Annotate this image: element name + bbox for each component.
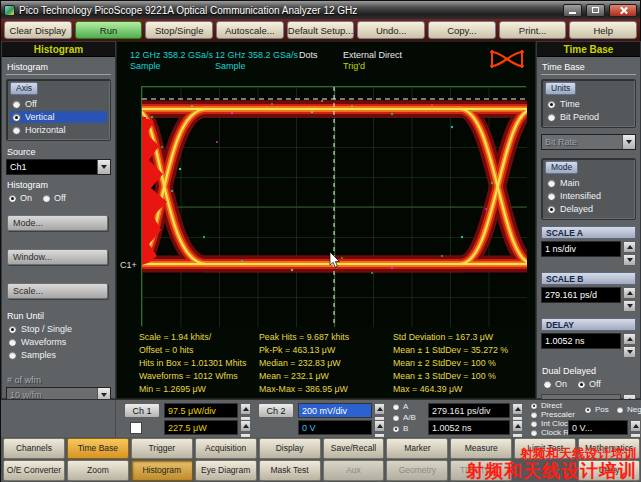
spin-down-button[interactable] [623,254,636,266]
mode-main-radio[interactable]: Main [545,177,632,189]
menu-mask-test[interactable]: Mask Test [259,460,321,481]
ch1-scale-field[interactable]: 97.5 μW/div [164,403,238,418]
scale-b-field[interactable]: 279.161 ps/d [541,287,621,303]
spin-up-button[interactable] [512,420,523,432]
menu-acquisition[interactable]: Acquisition [195,438,257,459]
spin-up-button[interactable] [240,420,251,432]
ch1-offset-field[interactable]: 227.5 μW [164,420,238,435]
trigger-prescaler-radio[interactable]: Prescaler [530,410,575,419]
trigger-int-clock-radio[interactable]: Int Clock [530,419,572,428]
menu-channels[interactable]: Channels [3,438,65,459]
trigger-level-field[interactable]: 0 V... [568,420,628,435]
dropdown-button[interactable] [622,135,635,149]
menu-marker[interactable]: Marker [386,438,448,459]
app-window: Pico Technology PicoScope 9221A Optical … [0,0,641,482]
menu-trigger[interactable]: Trigger [131,438,193,459]
histogram-on-radio[interactable]: On [8,193,32,203]
units-bit-period-radio[interactable]: Bit Period [545,111,632,123]
units-time-radio[interactable]: Time [545,98,632,110]
default-setup-button[interactable]: Default Setup... [287,21,355,39]
dual-delayed-off-radio[interactable]: Off [577,379,601,389]
spin-up-button[interactable] [240,403,251,415]
dual-delayed-on-radio[interactable]: On [543,379,567,389]
delay-field[interactable]: 1.0052 ns [541,333,621,349]
menu-utility[interactable]: Utility [578,460,640,481]
minimize-button[interactable] [563,4,582,17]
menu-limit-test[interactable]: Limit Test [514,438,576,459]
eye-diagram-plot [142,87,527,327]
stop-single-button[interactable]: Stop/Single [145,21,213,39]
spin-up-button[interactable] [630,420,641,432]
ch2-offset-field[interactable]: 0 V [298,420,372,435]
source-select[interactable]: Ch1 [6,159,111,175]
ab-a-radio[interactable]: A [392,402,408,411]
run-until-samples-label: Samples [21,350,56,360]
maximize-button[interactable] [586,4,605,17]
ch2-scale-spinner [374,403,385,418]
bit-rate-select[interactable]: Bit Rate [541,134,636,150]
ab-aoverb-radio[interactable]: A/B [392,413,416,422]
menu-aux: Aux [323,460,385,481]
spin-up-button[interactable] [623,287,636,299]
scale-a-field[interactable]: 1 ns/div [541,241,621,257]
menu-measure[interactable]: Measure [450,438,512,459]
timebase-scale-spinner [512,403,523,418]
ch2-scale-field[interactable]: 200 mV/div [298,403,372,418]
axis-horizontal-radio[interactable]: Horizontal [10,124,107,136]
control-strip-left-spacer [1,400,116,438]
run-button[interactable]: Run [75,21,143,39]
units-group: Units Time Bit Period [541,79,636,128]
menu-display[interactable]: Display [259,438,321,459]
triangle-down-icon [627,350,633,357]
run-until-stop-single-radio[interactable]: Stop / Single [6,323,111,335]
menu-histogram[interactable]: Histogram [131,460,193,481]
ch1-button[interactable]: Ch 1 [124,403,160,418]
mode-button[interactable]: Mode... [7,215,108,231]
radio-icon [584,406,592,414]
channel1-ground-marker: C1+ [120,260,137,270]
radio-icon [42,194,51,203]
spin-down-button[interactable] [623,346,636,358]
autoscale-button[interactable]: Autoscale... [216,21,284,39]
radio-icon [392,403,400,411]
menu-time-base[interactable]: Time Base [67,438,129,459]
run-until-samples-radio[interactable]: Samples [6,349,111,361]
menu-zoom[interactable]: Zoom [67,460,129,481]
clear-display-button[interactable]: Clear Display [4,21,72,39]
dropdown-button[interactable] [97,160,110,174]
trigger-prescaler-label: Prescaler [541,410,575,419]
mode-intensified-radio[interactable]: Intensified [545,190,632,202]
window-button[interactable]: Window... [7,249,108,265]
run-until-waveforms-radio[interactable]: Waveforms [6,336,111,348]
ch1-sample-rate: 12 GHz 358.2 GSa/s [130,50,213,61]
spin-up-button[interactable] [374,403,385,415]
triangle-up-icon [633,421,639,428]
spin-up-button[interactable] [623,241,636,253]
undo-button[interactable]: Undo... [357,21,425,39]
slope-pos-radio[interactable]: Pos [584,405,609,414]
help-button[interactable]: Help [569,21,637,39]
spin-up-button[interactable] [623,333,636,345]
spin-up-button[interactable] [374,420,385,432]
menu-oe-converter[interactable]: O/E Converter [3,460,65,481]
menu-mathematics[interactable]: Mathematics [578,438,640,459]
menu-eye-diagram[interactable]: Eye Diagram [195,460,257,481]
slope-neg-radio[interactable]: Neg [616,405,641,414]
ab-b-radio[interactable]: B [392,424,408,433]
close-button[interactable] [609,4,637,17]
spin-up-button[interactable] [512,403,523,415]
units-time-label: Time [560,99,580,109]
scale-button[interactable]: Scale... [7,283,108,299]
timebase-delay-field[interactable]: 1.0052 ns [428,420,510,435]
menu-save-recall[interactable]: Save/Recall [323,438,385,459]
ch2-button[interactable]: Ch 2 [258,403,294,418]
timebase-scale-field[interactable]: 279.161 ps/div [428,403,510,418]
mode-delayed-radio[interactable]: Delayed [545,203,632,215]
axis-vertical-radio[interactable]: Vertical [10,111,107,123]
spin-down-button[interactable] [623,300,636,312]
axis-off-radio[interactable]: Off [10,98,107,110]
histogram-off-radio[interactable]: Off [42,193,66,203]
copy-button[interactable]: Copy... [428,21,496,39]
print-button[interactable]: Print... [499,21,567,39]
trigger-direct-radio[interactable]: Direct [530,401,562,410]
